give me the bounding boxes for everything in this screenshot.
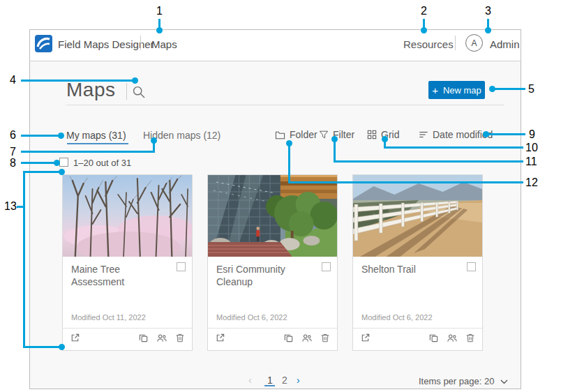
callout-8-dot: [54, 160, 60, 166]
callout-2-label: 2: [421, 6, 427, 17]
callout-8-label: 8: [10, 158, 16, 169]
card-thumbnail: [63, 175, 192, 257]
callout-12-label: 12: [525, 177, 538, 188]
callout-11-label: 11: [525, 156, 537, 167]
select-all-checkbox[interactable]: [59, 158, 68, 167]
callout-1-dot: [156, 27, 163, 33]
card-checkbox[interactable]: [322, 262, 331, 271]
card-modified-date: Modified Oct 6, 2022: [361, 313, 433, 322]
tab-active-underline: [67, 143, 128, 144]
card-footer: [208, 328, 337, 350]
grid-icon: [367, 130, 377, 140]
callout-4-line: [21, 80, 134, 82]
header-divider-2: [455, 36, 456, 50]
duplicate-icon[interactable]: [138, 333, 149, 346]
app-title: Field Maps Designer: [58, 38, 154, 50]
search-icon[interactable]: [132, 85, 146, 99]
card-title: Esri Community Cleanup: [216, 264, 329, 288]
card-footer: [353, 328, 482, 350]
filter-icon: [319, 130, 329, 140]
nav-item-admin[interactable]: Admin: [490, 38, 520, 50]
callout-7-line-h: [21, 151, 155, 153]
callout-10-label: 10: [525, 142, 538, 153]
open-map-icon[interactable]: [360, 333, 371, 346]
pagination-page-1[interactable]: 1: [267, 375, 273, 386]
callout-10-line-h: [384, 146, 523, 149]
items-per-page-label: Items per page: 20: [419, 376, 494, 386]
map-card-maine-tree-assessment[interactable]: Maine Tree Assessment Modified Oct 11, 2…: [62, 174, 193, 351]
callout-3-label: 3: [485, 6, 491, 17]
callout-11-line-v: [334, 140, 336, 163]
title-divider: [126, 83, 127, 100]
card-thumbnail: [353, 175, 482, 257]
share-group-icon[interactable]: [447, 333, 458, 346]
callout-5-line: [494, 88, 525, 90]
share-group-icon[interactable]: [301, 333, 313, 346]
callout-13-line-top: [23, 171, 60, 173]
delete-icon[interactable]: [320, 333, 330, 346]
open-map-icon[interactable]: [70, 333, 80, 346]
folder-icon: [275, 130, 285, 140]
new-map-button[interactable]: + New map: [428, 81, 485, 99]
callout-8-line: [21, 162, 56, 164]
selection-count-label: 1–20 out of 31: [73, 158, 131, 168]
share-group-icon[interactable]: [156, 333, 167, 346]
callout-13-label: 13: [4, 201, 17, 212]
callout-9-dot: [483, 131, 489, 137]
callout-1-label: 1: [156, 6, 163, 17]
card-checkbox[interactable]: [177, 262, 186, 271]
folder-label: Folder: [290, 129, 317, 140]
callout-6-dot: [58, 133, 64, 139]
callout-6-line: [21, 135, 60, 137]
card-modified-date: Modified Oct 6, 2022: [216, 313, 287, 322]
sort-icon: [419, 130, 428, 140]
card-thumbnail: [208, 175, 337, 257]
card-body: Esri Community Cleanup Modified Oct 6, 2…: [208, 257, 337, 328]
callout-2-dot: [421, 27, 427, 33]
open-map-icon[interactable]: [215, 333, 225, 346]
pagination-next-icon[interactable]: ›: [297, 375, 300, 386]
card-body: Shelton Trail Modified Oct 6, 2022: [353, 257, 482, 328]
callout-5-dot: [489, 86, 495, 92]
card-footer: [63, 328, 192, 350]
card-modified-date: Modified Oct 11, 2022: [71, 313, 146, 322]
callout-11-dot: [331, 136, 338, 142]
avatar[interactable]: A: [465, 34, 483, 52]
delete-icon[interactable]: [175, 333, 185, 346]
duplicate-icon[interactable]: [283, 333, 294, 346]
screenshot-stage: Field Maps Designer Maps Resources A Adm…: [0, 0, 561, 392]
pagination-page-2[interactable]: 2: [282, 375, 287, 386]
callout-7-label: 7: [10, 146, 16, 158]
sort-button[interactable]: Date modified: [419, 129, 493, 140]
callout-13-dot-top: [59, 169, 65, 175]
plus-icon: +: [432, 85, 438, 96]
duplicate-icon[interactable]: [428, 333, 439, 346]
pagination-prev-icon[interactable]: ‹: [248, 375, 252, 386]
callout-7-dot: [151, 137, 157, 144]
card-title: Maine Tree Assessment: [71, 264, 184, 288]
header-divider: [140, 36, 141, 50]
callout-9-line: [488, 133, 525, 135]
callout-13-line-v: [23, 171, 25, 348]
folder-button[interactable]: Folder: [275, 129, 317, 140]
card-body: Maine Tree Assessment Modified Oct 11, 2…: [63, 257, 192, 328]
map-card-shelton-trail[interactable]: Shelton Trail Modified Oct 6, 2022: [352, 174, 483, 351]
chevron-down-icon: [500, 376, 508, 386]
delete-icon[interactable]: [465, 333, 475, 346]
card-checkbox[interactable]: [467, 262, 476, 271]
callout-4-label: 4: [10, 75, 16, 86]
callout-12-line-v: [288, 144, 290, 183]
callout-3-dot: [485, 27, 491, 33]
callout-4-dot: [132, 77, 138, 84]
tab-my-maps[interactable]: My maps (31): [66, 130, 126, 141]
callout-10-dot: [382, 136, 388, 142]
items-per-page-select[interactable]: Items per page: 20: [419, 376, 508, 386]
callout-6-label: 6: [10, 130, 16, 141]
callout-9-label: 9: [529, 129, 535, 140]
callout-5-label: 5: [528, 84, 534, 95]
esri-logo-icon: [35, 35, 52, 52]
callout-13-line-bottom: [23, 346, 60, 348]
map-card-esri-community-cleanup[interactable]: Esri Community Cleanup Modified Oct 6, 2…: [207, 174, 338, 351]
nav-item-maps[interactable]: Maps: [151, 38, 177, 50]
nav-item-resources[interactable]: Resources: [403, 38, 454, 50]
